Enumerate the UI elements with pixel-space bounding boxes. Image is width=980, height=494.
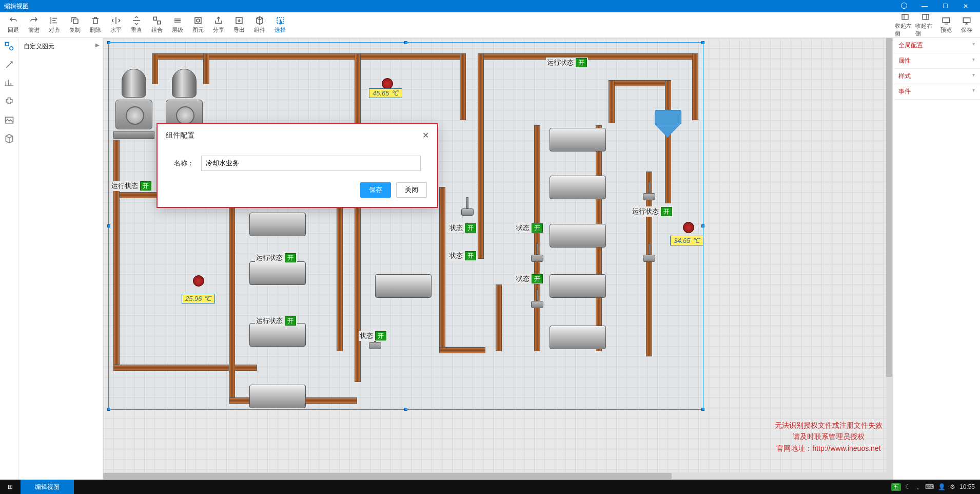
left-panel: 自定义图元 ▶	[18, 38, 103, 480]
valve-icon[interactable]	[461, 197, 474, 218]
right-item-style[interactable]: 样式▾	[893, 69, 980, 84]
svg-rect-10	[963, 18, 970, 23]
status-badge: 运行状态开	[110, 181, 152, 191]
redo-button[interactable]: 前进	[24, 13, 44, 37]
equipment-unit[interactable]	[550, 176, 606, 199]
name-input[interactable]	[201, 156, 421, 171]
export-button[interactable]: 导出	[229, 13, 249, 37]
svg-rect-1	[153, 17, 156, 20]
collapse-arrow-icon[interactable]: ▶	[95, 42, 100, 48]
tray-comma-icon[interactable]: ，	[915, 483, 921, 491]
pipe	[609, 80, 615, 123]
equipment-unit[interactable]	[249, 385, 306, 408]
preview-button[interactable]: 预览	[936, 13, 956, 37]
close-window-button[interactable]: ✕	[955, 3, 976, 10]
minimize-button[interactable]: —	[914, 3, 935, 10]
valve-icon[interactable]	[643, 243, 655, 264]
dialog-save-button[interactable]: 保存	[360, 182, 391, 198]
dialog-close-button[interactable]: 关闭	[396, 182, 427, 198]
pipe	[665, 80, 671, 203]
pump[interactable]	[113, 69, 154, 141]
gauge-icon[interactable]	[382, 78, 393, 89]
status-badge: 运行状态开	[546, 58, 588, 68]
pipe	[496, 284, 502, 351]
vertical-button[interactable]: 垂直	[126, 13, 147, 37]
tray-keyboard-icon[interactable]: ⌨	[925, 483, 934, 490]
maximize-button[interactable]: ☐	[935, 3, 955, 10]
equipment-unit[interactable]	[550, 326, 606, 349]
rail-image-icon[interactable]	[4, 115, 14, 125]
rail-bars-icon[interactable]	[4, 78, 14, 88]
dialog-close-icon[interactable]: ✕	[422, 130, 429, 140]
left-panel-title: 自定义图元	[24, 43, 54, 50]
select-button[interactable]: 选择	[270, 13, 290, 37]
titlebar: 编辑视图 — ☐ ✕	[0, 0, 980, 12]
chevron-down-icon: ▾	[972, 87, 975, 96]
equipment-unit[interactable]	[550, 274, 606, 298]
license-url-link[interactable]: http://www.ineuos.net	[812, 444, 880, 452]
canvas-wrap: 运行状态开 运行状态开 运行状态关 运行状态开 运行状态开 状态开 状态开 状态…	[103, 38, 893, 480]
undo-button[interactable]: 回退	[3, 13, 24, 37]
tray-person-icon[interactable]: 👤	[938, 483, 946, 490]
layer-button[interactable]: 层级	[167, 13, 188, 37]
svg-rect-3	[195, 17, 201, 24]
equipment-unit[interactable]	[249, 261, 306, 285]
canvas-vscrollbar[interactable]	[886, 38, 893, 472]
svg-rect-2	[158, 21, 161, 24]
equipment-unit[interactable]	[550, 128, 606, 151]
align-button[interactable]: 对齐	[44, 13, 65, 37]
shape-button[interactable]: 图元	[188, 13, 208, 37]
funnel-icon[interactable]	[655, 110, 680, 138]
equipment-unit[interactable]	[550, 224, 606, 248]
refresh-button[interactable]	[894, 3, 914, 10]
pipe	[229, 192, 235, 403]
pipe	[439, 347, 485, 353]
component-button[interactable]: 组件	[249, 13, 270, 37]
right-item-attr[interactable]: 属性▾	[893, 53, 980, 69]
canvas-hscrollbar[interactable]	[103, 472, 893, 480]
window-title: 编辑视图	[4, 2, 29, 11]
collapse-right-button[interactable]: 收起右侧	[915, 13, 936, 37]
right-panel: 全局配置▾ 属性▾ 样式▾ 事件▾	[893, 38, 980, 480]
taskbar-app[interactable]: 编辑视图	[21, 480, 74, 494]
group-button[interactable]: 组合	[147, 13, 167, 37]
copy-button[interactable]: 复制	[65, 13, 85, 37]
canvas[interactable]: 运行状态开 运行状态开 运行状态关 运行状态开 运行状态开 状态开 状态开 状态…	[103, 38, 893, 480]
gauge-icon[interactable]	[683, 222, 694, 233]
rail-magic-icon[interactable]	[4, 60, 14, 70]
ime-indicator[interactable]: 五	[891, 483, 901, 491]
tray-moon-icon[interactable]: ☾	[905, 483, 911, 490]
left-rail	[0, 38, 18, 480]
horizontal-button[interactable]: 水平	[106, 13, 126, 37]
pipe	[113, 365, 257, 371]
rail-shapes-icon[interactable]	[4, 41, 14, 51]
tray-time[interactable]: 10:55	[959, 483, 975, 490]
share-button[interactable]: 分享	[208, 13, 229, 37]
equipment-unit[interactable]	[375, 274, 432, 298]
status-badge: 运行状态开	[255, 253, 297, 263]
status-badge: 状态开	[515, 223, 544, 233]
right-item-event[interactable]: 事件▾	[893, 84, 980, 100]
rail-cube-icon[interactable]	[4, 134, 14, 144]
status-badge: 状态开	[448, 223, 477, 233]
tray-gear-icon[interactable]: ⚙	[950, 483, 955, 490]
pipe	[609, 80, 669, 86]
equipment-unit[interactable]	[249, 213, 306, 236]
pipe	[152, 53, 465, 60]
valve-icon[interactable]	[531, 290, 543, 310]
save-button[interactable]: 保存	[956, 13, 977, 37]
delete-button[interactable]: 删除	[85, 13, 106, 37]
rail-plugin-icon[interactable]	[4, 97, 14, 107]
valve-icon[interactable]	[531, 243, 543, 264]
pipe	[439, 187, 445, 351]
toolbar: 回退 前进 对齐 复制 删除 水平 垂直 组合 层级 图元 分享 导出 组件 选…	[0, 12, 980, 38]
start-button[interactable]: ⊞	[0, 483, 21, 490]
status-badge: 运行状态开	[255, 316, 297, 326]
equipment-unit[interactable]	[249, 323, 306, 347]
temperature-display: 34.65 ℃	[670, 236, 703, 245]
pipe	[478, 53, 698, 60]
right-item-global[interactable]: 全局配置▾	[893, 38, 980, 53]
gauge-icon[interactable]	[193, 275, 204, 287]
collapse-left-button[interactable]: 收起左侧	[895, 13, 915, 37]
valve-icon[interactable]	[643, 182, 655, 202]
